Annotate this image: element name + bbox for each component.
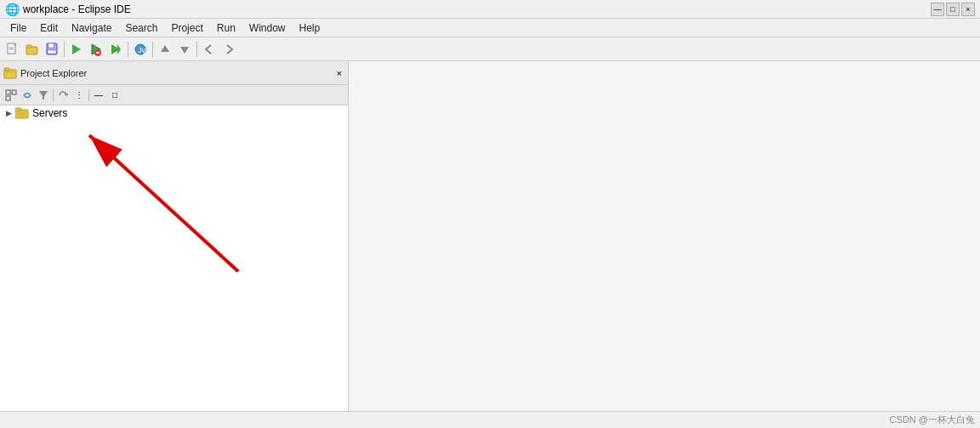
minimize-button[interactable]: —: [931, 3, 944, 16]
project-explorer-panel: Project Explorer × ⋮ — □: [0, 61, 349, 411]
svg-marker-24: [39, 91, 48, 100]
menu-edit[interactable]: Edit: [33, 20, 65, 36]
view-menu-button[interactable]: ⋮: [71, 88, 87, 103]
toolbar-sep-3: [152, 42, 153, 57]
run-button[interactable]: [106, 40, 125, 59]
debug-last-button[interactable]: [67, 40, 86, 59]
pe-close-button[interactable]: ×: [334, 68, 345, 78]
title-bar: 🌐 workplace - Eclipse IDE — □ ×: [0, 0, 980, 19]
csdn-watermark: CSDN @一杯大白兔: [890, 414, 975, 426]
pe-title: Project Explorer: [20, 68, 334, 78]
annotation-arrow: [0, 106, 255, 276]
maximize-button[interactable]: □: [946, 3, 960, 16]
next-annotation-button[interactable]: [175, 40, 194, 59]
svg-marker-13: [117, 44, 121, 54]
tree-expand-icon: ▶: [3, 108, 14, 118]
pe-tb-sep-1: [53, 89, 54, 101]
sync-button[interactable]: [55, 88, 71, 103]
toolbar-sep-2: [128, 42, 128, 57]
svg-rect-29: [17, 111, 26, 117]
open-button[interactable]: [23, 40, 42, 59]
link-editor-button[interactable]: [20, 88, 35, 103]
servers-label: Servers: [32, 107, 67, 119]
svg-rect-19: [4, 68, 9, 71]
main-area: Project Explorer × ⋮ — □: [0, 61, 980, 411]
svg-rect-23: [6, 96, 10, 100]
collapse-all-button[interactable]: [3, 88, 19, 103]
toolbar-sep-4: [197, 42, 197, 57]
pe-maximize-button[interactable]: □: [107, 88, 122, 103]
forward-button[interactable]: [219, 40, 238, 59]
filter-button[interactable]: [36, 88, 51, 103]
svg-rect-21: [6, 90, 10, 94]
svg-rect-28: [15, 108, 21, 111]
svg-rect-22: [12, 90, 16, 94]
new-button[interactable]: [3, 40, 22, 59]
svg-rect-6: [48, 43, 54, 48]
menu-file[interactable]: File: [3, 20, 33, 36]
main-toolbar: Jv: [0, 37, 980, 61]
pe-panel-icon: [3, 66, 17, 80]
app-icon: 🌐: [5, 3, 20, 16]
editor-area: [349, 61, 980, 411]
pe-header: Project Explorer ×: [0, 61, 348, 85]
close-button[interactable]: ×: [961, 3, 975, 16]
ext-tools-button[interactable]: Jv: [131, 40, 150, 59]
pe-toolbar: ⋮ — □: [0, 85, 348, 106]
menu-navigate[interactable]: Navigate: [65, 20, 118, 36]
svg-marker-16: [161, 45, 169, 52]
back-button[interactable]: [200, 40, 219, 59]
menu-search[interactable]: Search: [118, 20, 164, 36]
prev-annotation-button[interactable]: [156, 40, 174, 59]
svg-rect-7: [48, 50, 56, 54]
svg-line-26: [89, 135, 238, 271]
tree-item-servers[interactable]: ▶ Servers: [0, 106, 348, 121]
save-button[interactable]: [43, 40, 61, 59]
status-bar: CSDN @一杯大白兔: [0, 411, 980, 428]
toolbar-sep-1: [64, 42, 65, 57]
pe-tb-sep-2: [88, 89, 89, 101]
svg-marker-8: [72, 44, 81, 54]
window-controls: — □ ×: [931, 3, 975, 16]
menu-help[interactable]: Help: [293, 20, 328, 36]
svg-marker-17: [180, 47, 189, 54]
run-last-button[interactable]: [87, 40, 105, 59]
menu-project[interactable]: Project: [164, 20, 209, 36]
title-text: workplace - Eclipse IDE: [23, 3, 131, 15]
pe-minimize-button[interactable]: —: [91, 88, 106, 103]
svg-text:Jv: Jv: [138, 46, 146, 54]
pe-content: ▶ Servers: [0, 106, 348, 411]
svg-rect-4: [26, 45, 31, 48]
servers-folder-icon: [15, 107, 29, 119]
menu-window[interactable]: Window: [242, 20, 293, 36]
menu-run[interactable]: Run: [210, 20, 242, 36]
menu-bar: File Edit Navigate Search Project Run Wi…: [0, 19, 980, 37]
